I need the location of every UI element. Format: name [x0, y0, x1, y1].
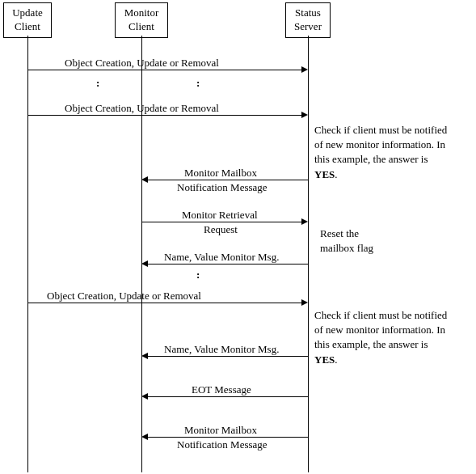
msg-line-8: [147, 396, 308, 397]
actor-status-server: StatusServer: [285, 2, 331, 38]
msg-label-4b: Request: [204, 223, 238, 236]
note-3-line2: of new monitor information. In: [314, 324, 445, 336]
msg-label-3b: Notification Message: [177, 181, 267, 194]
ellipsis-1b: :: [196, 77, 200, 90]
msg-arrow-4: [301, 218, 308, 225]
note-check-1: Check if client must be notified of new …: [314, 123, 452, 182]
msg-arrow-1: [301, 66, 308, 73]
msg-label-1: Object Creation, Update or Removal: [65, 57, 219, 70]
msg-line-6: [27, 303, 302, 303]
note-3-line3-prefix: this example, the answer is: [314, 338, 428, 350]
msg-label-7: Name, Value Monitor Msg.: [164, 343, 279, 356]
note-reset-flag: Reset the mailbox flag: [320, 226, 417, 256]
msg-line-5: [147, 264, 308, 265]
msg-label-9b: Notification Message: [177, 438, 267, 451]
msg-line-4: [142, 222, 302, 222]
msg-line-7: [147, 356, 308, 357]
msg-arrow-9: [141, 434, 148, 440]
actor-monitor-client: MonitorClient: [115, 2, 168, 38]
msg-label-3a: Monitor Mailbox: [184, 167, 257, 180]
note-2-line1: Reset the: [320, 227, 359, 239]
msg-label-8: EOT Message: [192, 383, 251, 396]
msg-label-9a: Monitor Mailbox: [184, 424, 257, 437]
note-check-2: Check if client must be notified of new …: [314, 308, 452, 367]
msg-label-2: Object Creation, Update or Removal: [65, 102, 219, 115]
msg-label-4a: Monitor Retrieval: [182, 209, 258, 222]
note-1-line3-prefix: this example, the answer is: [314, 153, 428, 165]
msg-arrow-5: [141, 260, 148, 267]
msg-line-1: [27, 70, 302, 70]
msg-arrow-3: [141, 176, 148, 183]
lifeline-monitor-client: [141, 36, 142, 472]
ellipsis-1a: :: [96, 77, 99, 90]
note-2-line2: mailbox flag: [320, 242, 373, 254]
ellipsis-2: :: [196, 269, 200, 281]
note-1-line1: Check if client must be notified: [314, 124, 447, 136]
msg-line-9: [147, 437, 308, 438]
note-3-line3-suffix: .: [335, 353, 337, 366]
actor-update-client: UpdateClient: [3, 2, 52, 38]
note-1-yes: YES: [314, 168, 335, 180]
lifeline-status-server: [308, 36, 309, 472]
msg-line-2: [27, 115, 302, 116]
msg-arrow-8: [141, 393, 148, 400]
note-1-line3-suffix: .: [335, 168, 337, 180]
note-3-line1: Check if client must be notified: [314, 309, 447, 321]
msg-arrow-6: [301, 299, 308, 306]
msg-arrow-7: [141, 353, 148, 359]
msg-line-3: [147, 180, 308, 180]
msg-label-6: Object Creation, Update or Removal: [47, 290, 201, 303]
note-3-yes: YES: [314, 353, 335, 366]
lifeline-update-client: [27, 36, 28, 472]
msg-label-5: Name, Value Monitor Msg.: [164, 251, 279, 264]
note-1-line2: of new monitor information. In: [314, 138, 445, 150]
msg-arrow-2: [301, 112, 308, 118]
